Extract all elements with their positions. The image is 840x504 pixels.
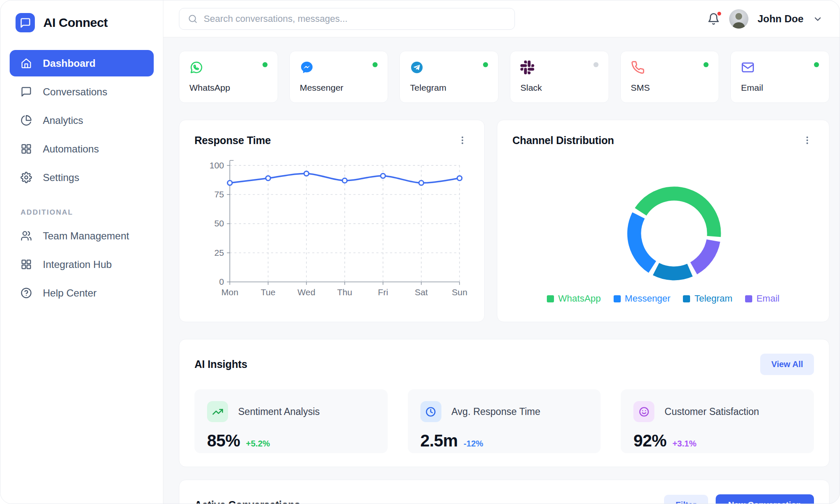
status-dot: [814, 62, 819, 67]
svg-text:Tue: Tue: [261, 287, 276, 297]
insight-card-satisfaction: Customer Satisfaction 92% +3.1%: [621, 389, 814, 453]
channel-card-messenger[interactable]: Messenger: [289, 51, 388, 103]
sidebar-item-settings[interactable]: Settings: [10, 164, 154, 191]
legend-label: WhatsApp: [558, 293, 601, 304]
legend-label: Email: [756, 293, 780, 304]
new-conversation-button[interactable]: New Conversation: [716, 494, 814, 504]
whatsapp-icon: [189, 60, 203, 76]
app-window: AI Connect Dashboard Conversations Analy…: [0, 0, 840, 504]
svg-text:Wed: Wed: [297, 287, 315, 297]
sidebar-item-automations[interactable]: Automations: [10, 136, 154, 162]
donut-segment-telegram: [656, 269, 690, 273]
sidebar-item-dashboard[interactable]: Dashboard: [10, 50, 154, 76]
channel-card-whatsapp[interactable]: WhatsApp: [179, 51, 278, 103]
insight-card-sentiment: Sentiment Analysis 85% +5.2%: [194, 389, 388, 453]
insight-value: 92%: [633, 431, 667, 450]
card-title: Response Time: [194, 134, 271, 147]
sidebar-item-label: Integration Hub: [43, 259, 112, 270]
donut-segment-whatsapp: [640, 194, 714, 236]
channel-status-row: WhatsApp Messenger Telegram: [179, 51, 830, 103]
legend-swatch: [547, 295, 554, 302]
sidebar-item-conversations[interactable]: Conversations: [10, 79, 154, 105]
channel-card-sms[interactable]: SMS: [620, 51, 719, 103]
channel-card-email[interactable]: Email: [730, 51, 830, 103]
channel-distribution-card: Channel Distribution WhatsAppMessengerTe…: [497, 120, 830, 322]
home-icon: [21, 58, 32, 69]
sidebar-item-label: Automations: [43, 143, 99, 155]
status-dot: [593, 62, 598, 67]
phone-icon: [631, 60, 645, 76]
pie-chart-icon: [21, 115, 32, 126]
donut-wrap: [512, 183, 814, 284]
sidebar-item-label: Conversations: [43, 86, 107, 98]
svg-text:75: 75: [214, 189, 224, 199]
svg-text:50: 50: [214, 218, 224, 228]
legend-label: Messenger: [625, 293, 671, 304]
channel-label: Email: [741, 83, 819, 93]
kebab-menu-icon[interactable]: [801, 134, 814, 147]
search-input[interactable]: [204, 13, 506, 24]
gear-icon: [21, 172, 32, 183]
insight-delta: +3.1%: [672, 439, 696, 449]
sidebar-item-integration-hub[interactable]: Integration Hub: [10, 251, 154, 278]
channel-card-telegram[interactable]: Telegram: [399, 51, 499, 103]
card-title: Channel Distribution: [512, 134, 614, 147]
sidebar-item-label: Help Center: [43, 287, 97, 299]
svg-text:Fri: Fri: [378, 287, 388, 297]
insight-label: Avg. Response Time: [452, 406, 541, 417]
svg-text:0: 0: [219, 277, 224, 286]
donut-segment-messenger: [634, 215, 652, 267]
view-all-button[interactable]: View All: [760, 354, 814, 375]
sidebar-item-help-center[interactable]: Help Center: [10, 280, 154, 306]
svg-text:Thu: Thu: [337, 287, 352, 297]
channel-card-slack[interactable]: Slack: [510, 51, 609, 103]
chat-bubble-logo-icon: [16, 13, 35, 32]
avatar[interactable]: [729, 9, 748, 29]
status-dot: [262, 62, 268, 67]
ai-insights-card: AI Insights View All Sentiment Analysis …: [179, 339, 830, 467]
legend-swatch: [683, 295, 690, 302]
channel-label: WhatsApp: [189, 83, 268, 93]
search-box[interactable]: [179, 8, 515, 30]
kebab-menu-icon[interactable]: [456, 134, 469, 147]
channel-label: Telegram: [410, 83, 488, 93]
status-dot: [373, 62, 378, 67]
insight-value: 2.5m: [420, 431, 458, 450]
legend-item-messenger: Messenger: [614, 293, 671, 304]
active-conversations-card: Active Conversations Filter New Conversa…: [179, 480, 830, 504]
status-dot: [704, 62, 709, 67]
person-photo: [729, 9, 748, 29]
status-dot: [483, 62, 488, 67]
channel-label: Slack: [520, 83, 598, 93]
donut-segment-email: [694, 241, 714, 268]
filter-button[interactable]: Filter: [664, 495, 708, 504]
section-title: AI Insights: [194, 358, 247, 370]
chat-icon: [21, 86, 32, 97]
chevron-down-icon[interactable]: [813, 14, 823, 24]
search-icon: [188, 14, 198, 24]
response-time-card: Response Time 0255075100MonTueWedThuFriS…: [179, 120, 485, 322]
sidebar-item-label: Settings: [43, 172, 79, 184]
messenger-icon: [300, 60, 314, 76]
sidebar-item-analytics[interactable]: Analytics: [10, 107, 154, 134]
main-content: WhatsApp Messenger Telegram: [163, 37, 840, 504]
insight-label: Customer Satisfaction: [664, 406, 759, 417]
svg-text:Mon: Mon: [221, 287, 238, 297]
channel-label: Messenger: [300, 83, 378, 93]
smiley-icon: [633, 401, 654, 422]
sidebar-item-team-management[interactable]: Team Management: [10, 223, 154, 249]
insight-delta: -12%: [464, 439, 483, 449]
slack-icon: [520, 60, 534, 76]
insight-delta: +5.2%: [246, 439, 270, 449]
topbar-right: John Doe: [707, 9, 823, 29]
grid-icon: [21, 143, 32, 155]
mail-icon: [741, 60, 755, 76]
insight-card-response-time: Avg. Response Time 2.5m -12%: [408, 389, 601, 453]
svg-text:Sat: Sat: [415, 287, 428, 297]
legend-label: Telegram: [694, 293, 732, 304]
app-name: AI Connect: [43, 16, 108, 30]
svg-text:Sun: Sun: [452, 287, 467, 297]
legend-swatch: [614, 295, 621, 302]
sidebar-section-label: ADDITIONAL: [21, 208, 163, 217]
notifications-button[interactable]: [707, 13, 720, 25]
